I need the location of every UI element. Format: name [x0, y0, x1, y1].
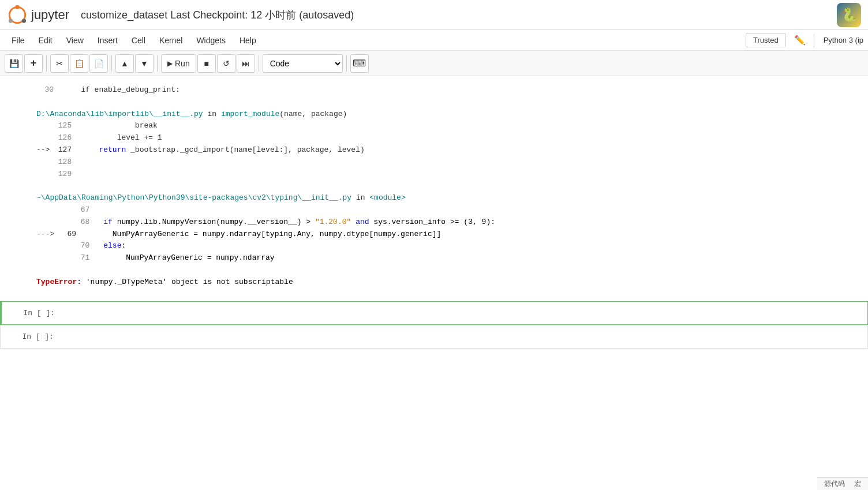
- toolbar: 💾 + ✂ 📋 📄 ▲ ▼ ▶ Run ■ ↺ ⏭ Code Markdown …: [0, 51, 868, 76]
- error-line: TypeError: 'numpy._DTypeMeta' object is …: [36, 276, 868, 289]
- cell-type-select[interactable]: Code Markdown Raw NBConvert Heading: [263, 54, 343, 73]
- code-line-126: 126 level += 1: [36, 132, 868, 144]
- input-cell-2: In [ ]:: [0, 325, 868, 349]
- menu-insert[interactable]: Insert: [91, 33, 125, 47]
- code-line-128: 128: [36, 156, 868, 169]
- separator-1: [46, 55, 47, 72]
- run-label: Run: [175, 59, 190, 68]
- separator-4: [259, 55, 259, 72]
- jupyter-logo[interactable]: jupyter: [7, 5, 69, 25]
- jupyter-label: jupyter: [31, 8, 69, 23]
- notebook-title: customize_dataset Last Checkpoint: 12 小时…: [81, 8, 837, 22]
- move-down-button[interactable]: ▼: [135, 54, 154, 73]
- code-line-67: 67: [36, 204, 868, 216]
- code-line-127: --> 127 return _bootstrap._gcd_import(na…: [36, 144, 868, 156]
- code-line-68: 68 if numpy.lib.NumpyVersion(numpy.__ver…: [36, 216, 868, 229]
- keyboard-shortcuts-button[interactable]: ⌨: [350, 54, 369, 73]
- interrupt-button[interactable]: ■: [197, 54, 216, 73]
- cell-prompt-2: In [ ]:: [1, 326, 58, 348]
- bottom-bar: 源代码 宏: [817, 477, 868, 490]
- run-button[interactable]: ▶ Run: [161, 54, 196, 73]
- code-line-71: 71 NumPyArrayGeneric = numpy.ndarray: [36, 252, 868, 264]
- code-line-30: 30 if enable_debug_print:: [36, 84, 868, 96]
- code-line-70: 70 else:: [36, 240, 868, 252]
- cell-textarea-2[interactable]: [64, 331, 862, 340]
- paste-button[interactable]: 📄: [89, 54, 108, 73]
- cell-textarea-1[interactable]: [65, 308, 862, 316]
- menu-help[interactable]: Help: [233, 33, 263, 47]
- trusted-button[interactable]: Trusted: [746, 33, 786, 47]
- menu-cell[interactable]: Cell: [125, 33, 152, 47]
- python-logo: 🐍: [837, 3, 861, 27]
- separator-5: [346, 55, 347, 72]
- menu-kernel[interactable]: Kernel: [152, 33, 189, 47]
- jupyter-icon: [7, 5, 28, 25]
- bottom-item-1[interactable]: 源代码: [824, 479, 845, 489]
- bottom-item-2[interactable]: 宏: [854, 479, 861, 489]
- copy-button[interactable]: 📋: [70, 54, 88, 73]
- menubar-right: Trusted ✏️ Python 3 (ip: [746, 33, 863, 47]
- output-area: 30 if enable_debug_print: D:\Anaconda\li…: [0, 76, 868, 294]
- code-line-129: 129: [36, 169, 868, 181]
- notebook-content: 30 if enable_debug_print: D:\Anaconda\li…: [0, 76, 868, 490]
- move-up-button[interactable]: ▲: [115, 54, 134, 73]
- code-line-69: ---> 69 NumPyArrayGeneric = numpy.ndarra…: [36, 229, 868, 241]
- svg-point-1: [15, 5, 19, 9]
- save-button[interactable]: 💾: [5, 54, 23, 73]
- traceback-1: D:\Anaconda\lib\importlib\__init__.py in…: [36, 109, 868, 121]
- cell-input-1: [59, 302, 867, 324]
- run-icon: ▶: [167, 59, 173, 68]
- traceback-2: ~\AppData\Roaming\Python\Python39\site-p…: [36, 192, 868, 204]
- cut-button[interactable]: ✂: [50, 54, 69, 73]
- code-line-125: 125 break: [36, 120, 868, 132]
- svg-point-2: [9, 18, 13, 23]
- menu-widgets[interactable]: Widgets: [189, 33, 233, 47]
- svg-point-3: [22, 18, 26, 23]
- menubar: File Edit View Insert Cell Kernel Widget…: [0, 30, 868, 51]
- kernel-info: Python 3 (ip: [819, 36, 863, 44]
- cell-prompt-1: In [ ]:: [2, 302, 59, 324]
- menu-edit[interactable]: Edit: [32, 33, 59, 47]
- menu-file[interactable]: File: [5, 33, 32, 47]
- cell-input-2: [58, 326, 867, 348]
- add-cell-button[interactable]: +: [24, 54, 43, 73]
- restart-button[interactable]: ↺: [217, 54, 235, 73]
- restart-run-button[interactable]: ⏭: [237, 54, 255, 73]
- input-cell-1: In [ ]:: [0, 301, 868, 325]
- separator-3: [157, 55, 158, 72]
- header: jupyter customize_dataset Last Checkpoin…: [0, 0, 868, 30]
- separator-2: [111, 55, 112, 72]
- edit-pencil-button[interactable]: ✏️: [791, 33, 809, 47]
- menu-view[interactable]: View: [59, 33, 91, 47]
